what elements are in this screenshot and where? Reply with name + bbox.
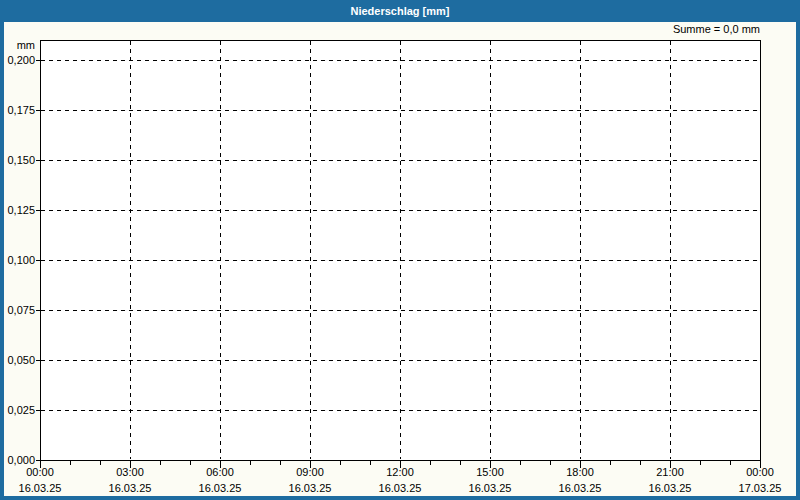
x-date-label: 16.03.25 (535, 482, 625, 494)
y-tick-label: 0,125 (0, 204, 35, 216)
y-tick-mark (36, 310, 40, 311)
y-tick-label: 0,150 (0, 154, 35, 166)
y-tick-mark (36, 110, 40, 111)
x-time-label: 18:00 (535, 466, 625, 478)
y-tick-mark (36, 160, 40, 161)
y-tick-label: 0,075 (0, 304, 35, 316)
x-minor-tick (70, 461, 71, 465)
y-tick-mark (36, 60, 40, 61)
x-date-label: 16.03.25 (0, 482, 85, 494)
y-tick-label: 0,025 (0, 404, 35, 416)
y-tick-mark (36, 210, 40, 211)
x-minor-tick (640, 461, 641, 465)
x-time-label: 12:00 (355, 466, 445, 478)
x-date-label: 16.03.25 (85, 482, 175, 494)
x-minor-tick (430, 461, 431, 465)
x-minor-tick (550, 461, 551, 465)
y-tick-mark (36, 410, 40, 411)
x-gridline (130, 41, 131, 459)
x-time-label: 09:00 (265, 466, 355, 478)
x-date-label: 16.03.25 (445, 482, 535, 494)
y-tick-mark (36, 260, 40, 261)
x-date-label: 17.03.25 (715, 482, 800, 494)
x-time-label: 21:00 (625, 466, 715, 478)
x-gridline (400, 41, 401, 459)
x-date-label: 16.03.25 (175, 482, 265, 494)
x-minor-tick (370, 461, 371, 465)
x-time-label: 00:00 (0, 466, 85, 478)
x-minor-tick (700, 461, 701, 465)
y-tick-mark (36, 360, 40, 361)
y-tick-label: 0,175 (0, 104, 35, 116)
x-gridline (220, 41, 221, 459)
x-minor-tick (160, 461, 161, 465)
x-minor-tick (100, 461, 101, 465)
x-gridline (670, 41, 671, 459)
x-gridline (580, 41, 581, 459)
x-minor-tick (280, 461, 281, 465)
x-time-label: 06:00 (175, 466, 265, 478)
x-minor-tick (460, 461, 461, 465)
x-minor-tick (730, 461, 731, 465)
x-minor-tick (190, 461, 191, 465)
x-time-label: 00:00 (715, 466, 800, 478)
x-minor-tick (610, 461, 611, 465)
x-minor-tick (340, 461, 341, 465)
y-tick-label: 0,200 (0, 54, 35, 66)
y-tick-label: 0,000 (0, 454, 35, 466)
x-minor-tick (250, 461, 251, 465)
x-date-label: 16.03.25 (355, 482, 445, 494)
y-tick-label: 0,050 (0, 354, 35, 366)
chart-layer: 0,2000,1750,1500,1250,1000,0750,0500,025… (0, 0, 800, 500)
x-gridline (310, 41, 311, 459)
x-gridline (490, 41, 491, 459)
x-time-label: 15:00 (445, 466, 535, 478)
y-tick-label: 0,100 (0, 254, 35, 266)
x-minor-tick (520, 461, 521, 465)
chart-window: Niederschlag [mm] Summe = 0,0 mm mm 0,20… (0, 0, 800, 500)
x-date-label: 16.03.25 (625, 482, 715, 494)
x-date-label: 16.03.25 (265, 482, 355, 494)
x-time-label: 03:00 (85, 466, 175, 478)
